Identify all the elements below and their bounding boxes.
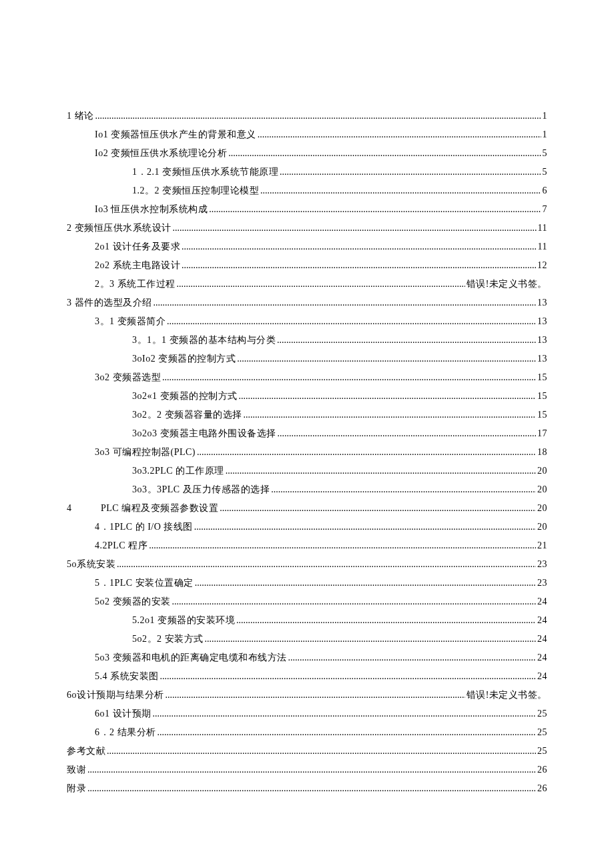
toc-entry-page: 20 bbox=[537, 462, 547, 480]
toc-entry-page: 24 bbox=[537, 592, 547, 611]
toc-dot-leader bbox=[166, 312, 537, 331]
toc-entry: 附录26 bbox=[67, 779, 547, 798]
toc-entry: 1 绪论1 bbox=[67, 107, 547, 125]
toc-entry-page: 20 bbox=[537, 480, 547, 499]
toc-dot-leader bbox=[259, 181, 543, 200]
toc-entry-label: 5o2。2 安装方式 bbox=[132, 630, 204, 648]
toc-entry-page: 20 bbox=[537, 499, 547, 518]
toc-entry: 3o2«1 变频器的控制方式15 bbox=[67, 387, 547, 406]
toc-entry-page: 15 bbox=[537, 368, 547, 387]
toc-entry-page: 13 bbox=[537, 312, 547, 331]
toc-entry: 3 器件的选型及介绍13 bbox=[67, 294, 547, 312]
toc-entry-page: 5 bbox=[543, 163, 548, 181]
toc-entry: 参考文献25 bbox=[67, 742, 547, 761]
toc-entry-page: 24 bbox=[537, 611, 547, 630]
toc-dot-leader bbox=[115, 555, 537, 574]
toc-entry-label: 5.2o1 变频器的安装环境 bbox=[132, 611, 235, 630]
toc-dot-leader bbox=[287, 648, 538, 667]
toc-dot-leader bbox=[193, 518, 537, 536]
toc-dot-leader bbox=[204, 630, 538, 648]
toc-entry-label: 3。1。1 变频器的基本结构与分类 bbox=[132, 331, 276, 350]
toc-dot-leader bbox=[159, 667, 538, 686]
toc-entry-label: 1.2。2 变频恒压控制理论模型 bbox=[132, 181, 259, 200]
toc-dot-leader bbox=[152, 294, 538, 312]
toc-entry-page: 26 bbox=[537, 761, 547, 779]
toc-dot-leader bbox=[147, 536, 537, 555]
toc-entry-label: 5o3 变频器和电机的距离确定电缆和布线方法 bbox=[95, 648, 287, 667]
toc-entry-page: 5 bbox=[543, 144, 548, 163]
toc-entry-page: 21 bbox=[537, 536, 547, 555]
toc-entry-label: 3o3 可编程控制器(PLC) bbox=[95, 443, 196, 462]
toc-entry-label: 5o系统安装 bbox=[67, 555, 115, 574]
toc-entry-page: 11 bbox=[538, 219, 547, 238]
toc-entry: 3o2o3 变频器主电路外围设备选择17 bbox=[67, 424, 547, 443]
toc-entry: 4.2PLC 程序21 bbox=[67, 536, 547, 555]
toc-entry-page: 7 bbox=[543, 200, 548, 219]
toc-entry-page: 17 bbox=[537, 424, 547, 443]
toc-entry-label: Io1 变频器恒压供水产生的背景和意义 bbox=[95, 125, 256, 144]
toc-entry-label: Io2 变频恒压供水系统理论分析 bbox=[95, 144, 227, 163]
toc-entry-page: 20 bbox=[537, 518, 547, 536]
toc-dot-leader bbox=[235, 611, 537, 630]
toc-dot-leader bbox=[256, 125, 543, 144]
toc-entry-page: 25 bbox=[537, 742, 547, 761]
toc-entry-page: 15 bbox=[537, 387, 547, 406]
toc-dot-leader bbox=[164, 686, 467, 705]
toc-dot-leader bbox=[86, 761, 537, 779]
toc-entry-label: 2。3 系统工作过程 bbox=[95, 275, 176, 294]
toc-entry-label: 4.2PLC 程序 bbox=[95, 536, 147, 555]
toc-entry-label: 3。1 变频器简介 bbox=[95, 312, 166, 331]
toc-dot-leader bbox=[242, 406, 538, 424]
toc-entry: Io3 恒压供水控制系统构成7 bbox=[67, 200, 547, 219]
toc-dot-leader bbox=[224, 462, 537, 480]
toc-entry: 6o设计预期与结果分析错误!未定义书签。 bbox=[67, 686, 547, 705]
table-of-contents: 1 绪论1Io1 变频器恒压供水产生的背景和意义1Io2 变频恒压供水系统理论分… bbox=[67, 107, 547, 798]
toc-entry: 5o2。2 安装方式24 bbox=[67, 630, 547, 648]
toc-dot-leader bbox=[276, 331, 537, 350]
toc-entry-label: 参考文献 bbox=[67, 742, 105, 761]
toc-entry-label: 3o3。3PLC 及压力传感器的选择 bbox=[132, 480, 270, 499]
toc-entry: 5.4 系统安装图24 bbox=[67, 667, 547, 686]
toc-entry-label: 3o3.2PLC 的工作原理 bbox=[132, 462, 224, 480]
toc-entry-label: 1 绪论 bbox=[67, 107, 94, 125]
toc-dot-leader bbox=[196, 443, 537, 462]
toc-dot-leader bbox=[276, 424, 538, 443]
toc-entry-label: 5．1PLC 安装位置确定 bbox=[95, 574, 194, 592]
toc-entry-label: 3o2o3 变频器主电路外围设备选择 bbox=[132, 424, 276, 443]
toc-entry-label: 4．1PLC 的 I/O 接线图 bbox=[95, 518, 193, 536]
toc-entry-page: 1 bbox=[543, 107, 548, 125]
toc-entry-page: 23 bbox=[537, 574, 547, 592]
toc-entry-label: Io3 恒压供水控制系统构成 bbox=[95, 200, 208, 219]
toc-entry-page: 1 bbox=[543, 125, 548, 144]
toc-entry: 3。1。1 变频器的基本结构与分类13 bbox=[67, 331, 547, 350]
toc-entry-page: 13 bbox=[537, 350, 547, 368]
toc-entry: 5o3 变频器和电机的距离确定电缆和布线方法24 bbox=[67, 648, 547, 667]
toc-entry: Io2 变频恒压供水系统理论分析5 bbox=[67, 144, 547, 163]
toc-entry: 3o3。3PLC 及压力传感器的选择20 bbox=[67, 480, 547, 499]
toc-entry: 3。1 变频器简介13 bbox=[67, 312, 547, 331]
toc-entry: 1.2。2 变频恒压控制理论模型6 bbox=[67, 181, 547, 200]
toc-entry-page: 26 bbox=[537, 779, 547, 798]
toc-entry: 1．2.1 变频恒压供水系统节能原理5 bbox=[67, 163, 547, 181]
toc-entry-label: 3o2 变频器选型 bbox=[95, 368, 161, 387]
toc-entry: 3o3.2PLC 的工作原理20 bbox=[67, 462, 547, 480]
toc-entry: 4 PLC 编程及变频器参数设置20 bbox=[67, 499, 547, 518]
toc-dot-leader bbox=[172, 219, 538, 238]
toc-entry-label: 附录 bbox=[67, 779, 86, 798]
toc-dot-leader bbox=[236, 350, 537, 368]
toc-entry: 3oIo2 变频器的控制方式13 bbox=[67, 350, 547, 368]
toc-entry-label: 5o2 变频器的安装 bbox=[95, 592, 171, 611]
toc-entry-page: 25 bbox=[537, 723, 547, 742]
toc-dot-leader bbox=[278, 163, 543, 181]
toc-entry-label: 6o设计预期与结果分析 bbox=[67, 686, 164, 705]
toc-dot-leader bbox=[194, 574, 537, 592]
toc-entry-label: 致谢 bbox=[67, 761, 86, 779]
toc-entry-label: 2 变频恒压供水系统设计 bbox=[67, 219, 172, 238]
toc-entry: 5．1PLC 安装位置确定23 bbox=[67, 574, 547, 592]
toc-dot-leader bbox=[180, 238, 538, 256]
toc-entry-label: 3 器件的选型及介绍 bbox=[67, 294, 152, 312]
toc-entry-label: 3o2«1 变频器的控制方式 bbox=[132, 387, 238, 406]
toc-entry-page: 18 bbox=[537, 443, 547, 462]
toc-entry: Io1 变频器恒压供水产生的背景和意义1 bbox=[67, 125, 547, 144]
toc-dot-leader bbox=[238, 387, 538, 406]
